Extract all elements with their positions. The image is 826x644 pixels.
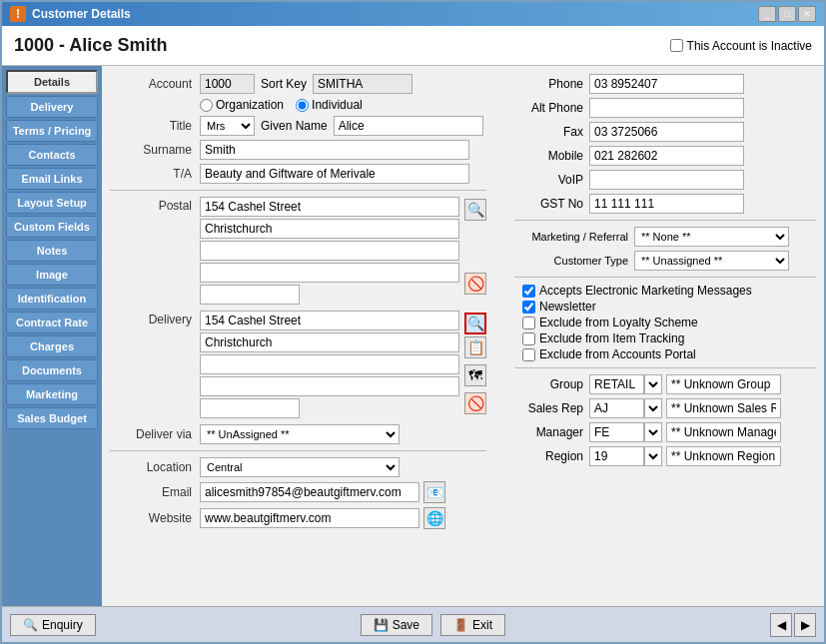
delivery-line1[interactable] [200,311,459,330]
fax-field[interactable] [589,122,744,142]
delivery-copy-button[interactable]: 📋 [464,336,486,358]
checkboxes-group: Accepts Electronic Marketing Messages Ne… [514,284,816,361]
region-desc-field[interactable] [666,446,781,466]
individual-radio[interactable] [296,99,309,112]
ta-field[interactable] [200,164,469,184]
sidebar-item-email-links[interactable]: Email Links [6,168,98,190]
voip-field[interactable] [589,170,744,190]
postal-label: Postal [110,197,200,213]
postal-line4[interactable] [200,263,459,283]
inactive-checkbox[interactable] [670,39,683,52]
sidebar-item-documents[interactable]: Documents [6,359,98,381]
postal-line3[interactable] [200,241,459,261]
sales-rep-field[interactable] [589,398,644,418]
alt-phone-label: Alt Phone [514,101,589,115]
accepts-marketing-checkbox[interactable] [522,285,535,298]
group-field[interactable] [589,374,644,394]
sidebar-item-charges[interactable]: Charges [6,335,98,357]
delivery-line3[interactable] [200,354,459,374]
customer-type-select[interactable]: ** Unassigned ** [634,251,789,271]
exclude-item-checkbox[interactable] [522,332,535,345]
maximize-button[interactable]: □ [778,6,796,22]
sidebar-item-identification[interactable]: Identification [6,288,98,310]
title-label: Title [110,119,200,133]
sidebar-item-contacts[interactable]: Contacts [6,144,98,166]
sidebar-item-marketing[interactable]: Marketing [6,383,98,405]
window-controls: _ □ ✕ [758,6,816,22]
exclude-accounts-checkbox[interactable] [522,348,535,361]
region-select[interactable]: ▼ [644,446,662,466]
email-field[interactable] [200,482,419,502]
group-desc-field[interactable] [666,374,781,394]
sidebar-item-details[interactable]: Details [6,70,98,94]
exit-button[interactable]: 🚪 Exit [440,614,505,636]
alt-phone-row: Alt Phone [514,98,816,118]
gst-row: GST No [514,194,816,214]
org-radio[interactable] [200,99,213,112]
sales-rep-select[interactable]: ▼ [644,398,662,418]
region-field[interactable] [589,446,644,466]
website-label: Website [110,511,200,525]
sort-key-field[interactable] [313,74,413,94]
postal-line1[interactable] [200,197,459,217]
phone-field[interactable] [589,74,744,94]
gst-field[interactable] [589,194,744,214]
title-select[interactable]: MrsMrMsDr [200,116,255,136]
postal-clear-button[interactable]: 🚫 [464,273,486,295]
postal-line5[interactable] [200,285,300,305]
sidebar-item-layout-setup[interactable]: Layout Setup [6,192,98,214]
sidebar-item-image[interactable]: Image [6,264,98,286]
delivery-line4[interactable] [200,376,459,396]
next-button[interactable]: ▶ [794,613,816,637]
postal-search-button[interactable]: 🔍 [464,199,486,221]
sidebar-item-notes[interactable]: Notes [6,240,98,262]
delivery-fields [200,311,460,420]
account-field[interactable] [200,74,255,94]
bottom-left: 🔍 Enquiry [10,614,96,636]
sidebar-item-delivery[interactable]: Delivery [6,96,98,118]
delivery-line5[interactable] [200,398,300,418]
sidebar-item-custom-fields[interactable]: Custom Fields [6,216,98,238]
delivery-search-button[interactable]: 🔍 [464,313,486,334]
exclude-accounts-label: Exclude from Accounts Portal [539,347,696,361]
email-button[interactable]: 📧 [423,481,445,503]
fax-row: Fax [514,122,816,142]
sales-rep-desc-field[interactable] [666,398,781,418]
enquiry-button[interactable]: 🔍 Enquiry [10,614,96,636]
save-button[interactable]: 💾 Save [361,614,432,636]
mobile-field[interactable] [589,146,744,166]
minimize-button[interactable]: _ [758,6,776,22]
customer-type-label: Customer Type [514,255,634,267]
postal-section: Postal 🔍 🚫 [110,197,486,307]
prev-button[interactable]: ◀ [770,613,792,637]
marketing-select[interactable]: ** None ** [634,227,789,247]
newsletter-checkbox[interactable] [522,301,535,314]
close-button[interactable]: ✕ [798,6,816,22]
given-name-label: Given Name [261,119,328,133]
delivery-map-button[interactable]: 🗺 [464,364,486,386]
given-name-field[interactable] [334,116,483,136]
sales-rep-label: Sales Rep [514,401,589,415]
sidebar-item-contract-rate[interactable]: Contract Rate [6,312,98,333]
manager-field[interactable] [589,422,644,442]
alt-phone-field[interactable] [589,98,744,118]
location-select[interactable]: Central [200,457,400,477]
website-row: Website 🌐 [110,507,486,529]
manager-desc-field[interactable] [666,422,781,442]
window-title: Customer Details [32,7,131,21]
deliver-via-select[interactable]: ** UnAssigned ** [200,424,400,444]
website-field[interactable] [200,508,419,528]
exclude-loyalty-checkbox[interactable] [522,317,535,329]
delivery-line2[interactable] [200,332,459,352]
postal-line2[interactable] [200,219,459,239]
surname-field[interactable] [200,140,469,160]
sidebar-item-terms-pricing[interactable]: Terms / Pricing [6,120,98,142]
sidebar-item-sales-budget[interactable]: Sales Budget [6,407,98,429]
delivery-clear-button[interactable]: 🚫 [464,392,486,414]
website-button[interactable]: 🌐 [423,507,445,529]
exclude-loyalty-label: Exclude from Loyalty Scheme [539,316,698,329]
manager-select[interactable]: ▼ [644,422,662,442]
exclude-accounts-row: Exclude from Accounts Portal [522,347,816,361]
group-select[interactable]: ▼ [644,374,662,394]
sales-rep-row: Sales Rep ▼ [514,398,816,418]
